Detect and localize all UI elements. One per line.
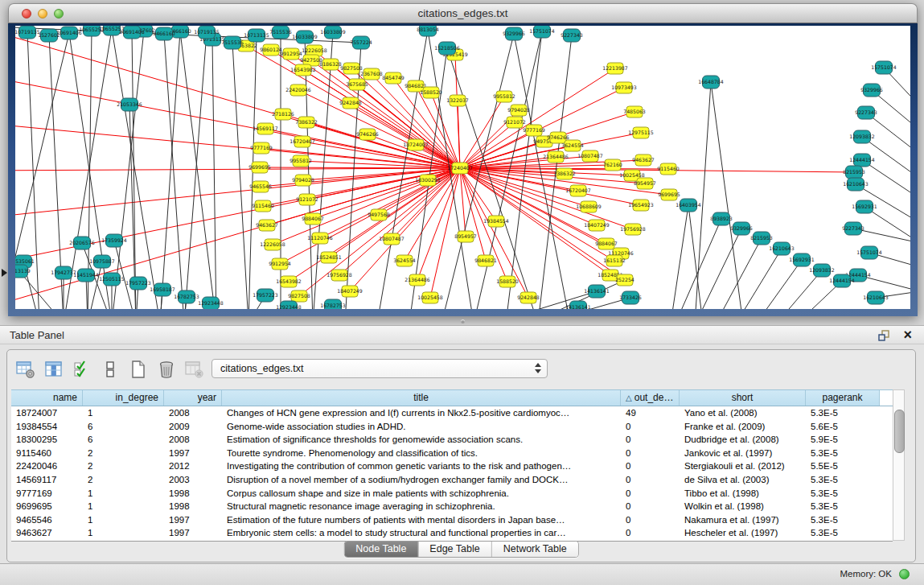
- table-cell: 5.3E-5: [806, 526, 880, 540]
- svg-text:1588520: 1588520: [496, 278, 519, 284]
- table-options-icon[interactable]: [15, 359, 36, 380]
- svg-text:10719135: 10719135: [194, 29, 220, 35]
- svg-text:9777169: 9777169: [250, 145, 273, 150]
- svg-text:9699695: 9699695: [658, 192, 680, 197]
- table-cell: 5.9E-5: [806, 433, 880, 447]
- svg-text:17942737: 17942737: [51, 270, 76, 275]
- table-cell: 5.3E-5: [806, 513, 880, 527]
- float-panel-icon[interactable]: [877, 329, 890, 342]
- table-row[interactable]: 1456911722003Disruption of a novel membe…: [11, 473, 893, 487]
- table-cell: 1: [83, 487, 164, 501]
- table-cell: Corpus callosum shape and size in male p…: [222, 487, 621, 501]
- table-row[interactable]: 911546021997Tourette syndrome. Phenomeno…: [11, 447, 893, 460]
- table-cell: 5.3E-5: [806, 406, 880, 420]
- svg-text:12444154: 12444154: [829, 278, 855, 283]
- table-cell: [880, 420, 893, 434]
- svg-text:9465546: 9465546: [249, 183, 272, 189]
- window-titlebar[interactable]: citations_edges.txt: [8, 3, 918, 23]
- svg-text:21053346: 21053346: [117, 101, 142, 107]
- svg-text:11451944: 11451944: [73, 272, 99, 278]
- table-row[interactable]: 946362711997Embryonic stem cells: a mode…: [11, 526, 893, 540]
- dropdown-stepper-icon: [535, 363, 541, 373]
- table-cell: [880, 447, 893, 460]
- svg-text:8215953: 8215953: [843, 169, 865, 175]
- column-header-title[interactable]: title: [222, 390, 621, 406]
- table-type-tabs: Node Table Edge Table Network Table: [343, 541, 578, 558]
- tab-edge-table[interactable]: Edge Table: [418, 542, 491, 557]
- table-row[interactable]: 969969511998Structural magnetic resonanc…: [11, 500, 893, 513]
- svg-text:12226058: 12226058: [260, 241, 285, 247]
- table-row[interactable]: 977716911998Corpus callosum shape and si…: [11, 487, 893, 501]
- table-cell: 49: [621, 406, 680, 420]
- panel-splitter[interactable]: [8, 316, 918, 325]
- svg-text:22420046: 22420046: [285, 87, 311, 93]
- network-canvas[interactable]: 1724040718300295746382298601249912954122…: [15, 26, 910, 309]
- svg-text:9699695: 9699695: [248, 164, 271, 170]
- table-cell: 0: [621, 487, 680, 501]
- tab-node-table[interactable]: Node Table: [344, 542, 418, 557]
- column-header-pagerank[interactable]: pagerank: [806, 390, 880, 406]
- collapse-panel-arrow-icon[interactable]: [2, 269, 7, 277]
- table-row[interactable]: 1938455462009Genome-wide association stu…: [11, 420, 893, 434]
- svg-text:9121072: 9121072: [296, 196, 318, 202]
- table-cell: 1997: [164, 447, 222, 460]
- scrollbar-thumb[interactable]: [894, 410, 905, 453]
- delete-table-icon-disabled: [184, 359, 205, 380]
- table-cell: [880, 406, 893, 420]
- svg-text:8813054: 8813054: [417, 27, 439, 32]
- table-scrollbar[interactable]: [893, 389, 905, 541]
- column-header-short[interactable]: short: [680, 390, 806, 406]
- svg-text:7557224: 7557224: [350, 39, 372, 45]
- tab-network-table[interactable]: Network Table: [492, 542, 578, 557]
- column-header-out-degree[interactable]: △out_de…: [621, 390, 680, 406]
- table-cell: 0: [621, 526, 680, 540]
- table-cell: Embryonic stem cells: a model to study s…: [222, 526, 621, 540]
- delete-rows-trash-icon[interactable]: [156, 359, 177, 380]
- svg-text:16543982: 16543982: [276, 278, 302, 284]
- close-panel-icon[interactable]: ×: [903, 326, 912, 344]
- table-cell: Hescheler et al. (1997): [680, 526, 806, 540]
- table-row[interactable]: 2242004622012Investigating the contribut…: [11, 459, 893, 473]
- svg-text:9746266: 9746266: [547, 134, 569, 140]
- table-cell: [880, 459, 893, 473]
- svg-text:19384554: 19384554: [483, 218, 509, 224]
- table-cell: Franke et al. (2009): [680, 420, 806, 434]
- column-header-year[interactable]: year: [164, 390, 222, 406]
- svg-text:9242848: 9242848: [517, 295, 540, 300]
- column-header-name[interactable]: name: [11, 390, 83, 406]
- column-visibility-icon[interactable]: [43, 359, 64, 380]
- table-cell: Nakamura et al. (1997): [680, 513, 806, 527]
- select-all-rows-icon[interactable]: [72, 359, 92, 380]
- table-cell: [880, 473, 893, 487]
- table-cell: 18724007: [11, 406, 83, 420]
- table-row[interactable]: 1872400712008Changes of HCN gene express…: [11, 406, 893, 420]
- svg-text:16782753: 16782753: [174, 294, 199, 299]
- table-cell: [880, 487, 893, 501]
- svg-text:12975115: 12975115: [628, 130, 654, 135]
- table-row[interactable]: 1830029562008Estimation of significance …: [11, 433, 893, 447]
- new-table-icon[interactable]: [128, 359, 149, 380]
- table-cell: Estimation of significance thresholds fo…: [222, 433, 621, 447]
- svg-text:8954957: 8954957: [454, 233, 477, 239]
- citation-network-graph[interactable]: 1724040718300295746382298601249912954122…: [15, 26, 910, 309]
- table-cell: 9777169: [11, 487, 83, 501]
- svg-text:14569117: 14569117: [253, 126, 278, 131]
- svg-text:8215953: 8215953: [750, 235, 773, 241]
- table-cell: Tibbo et al. (1998): [680, 487, 806, 501]
- svg-text:9912954: 9912954: [269, 261, 291, 266]
- svg-text:9329966: 9329966: [503, 31, 525, 36]
- svg-text:9466160: 9466160: [153, 31, 175, 36]
- svg-text:10025458: 10025458: [619, 172, 645, 178]
- svg-text:9746266: 9746266: [356, 131, 379, 137]
- table-row[interactable]: 946554611997Estimation of the future num…: [11, 513, 893, 527]
- svg-text:16210643: 16210643: [769, 245, 795, 251]
- svg-text:17957223: 17957223: [253, 292, 278, 298]
- column-header-in-degree[interactable]: in_degree: [83, 390, 164, 406]
- network-view-frame: 1724040718300295746382298601249912954122…: [8, 23, 918, 316]
- table-cell: 1998: [164, 487, 222, 501]
- table-cell: 2: [83, 473, 164, 487]
- table-panel-title: Table Panel: [10, 326, 64, 344]
- clear-selection-icon[interactable]: [100, 359, 121, 380]
- table-selector-dropdown[interactable]: citations_edges.txt: [211, 359, 548, 378]
- svg-text:20206576: 20206576: [69, 240, 95, 245]
